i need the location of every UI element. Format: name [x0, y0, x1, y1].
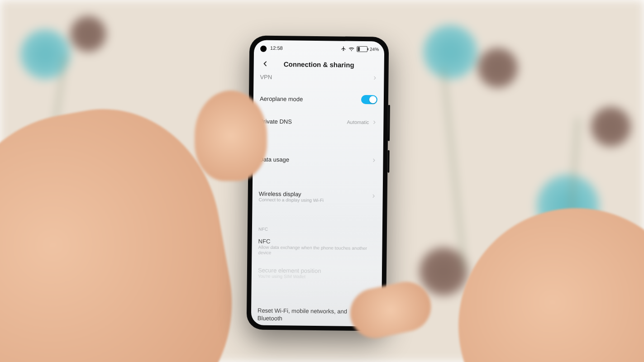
chevron-right-icon [371, 193, 377, 199]
row-private-dns-value: Automatic [347, 119, 369, 125]
hand-left-thumb [195, 90, 267, 181]
back-button[interactable] [260, 59, 270, 69]
chevron-right-icon [372, 119, 377, 125]
row-wireless-display-sub: Connect to a display using Wi-Fi [259, 197, 371, 204]
status-bar: 12:58 24% [254, 40, 384, 56]
row-secure-element: Secure element position You're using SIM… [258, 262, 376, 283]
row-vpn-title: VPN [260, 73, 372, 81]
row-vpn[interactable]: VPN [260, 72, 377, 86]
row-data-usage[interactable]: Data usage [259, 148, 377, 172]
wifi-icon [348, 46, 354, 51]
aeroplane-mode-toggle[interactable] [361, 95, 377, 104]
row-private-dns-title: Private DNS [259, 118, 347, 125]
row-data-usage-title: Data usage [259, 156, 371, 164]
volume-rocker [388, 105, 390, 141]
row-aeroplane-mode[interactable]: Aeroplane mode [260, 85, 378, 111]
power-button [387, 150, 390, 173]
status-time: 12:58 [270, 45, 283, 51]
chevron-right-icon [371, 157, 377, 163]
battery-percent: 24% [370, 47, 379, 52]
phone-frame: 12:58 24% Connection & sharing [247, 35, 389, 331]
phone-screen: 12:58 24% Connection & sharing [251, 40, 385, 327]
chevron-left-icon [261, 60, 269, 68]
settings-list: VPN Aeroplane mode Private DNS Automatic [251, 72, 384, 327]
row-aeroplane-title: Aeroplane mode [260, 95, 361, 103]
header: Connection & sharing [254, 55, 384, 74]
airplane-icon [341, 46, 346, 52]
page-title: Connection & sharing [254, 60, 384, 69]
row-nfc[interactable]: NFC Allow data exchange when the phone t… [258, 231, 376, 263]
row-secure-element-sub: You're using SIM Wallet [258, 273, 376, 280]
battery-icon [357, 46, 367, 52]
chevron-right-icon [372, 75, 377, 81]
row-nfc-sub: Allow data exchange when the phone touch… [258, 244, 376, 257]
row-wireless-display[interactable]: Wireless display Connect to a display us… [258, 186, 376, 207]
row-private-dns[interactable]: Private DNS Automatic [259, 110, 377, 134]
